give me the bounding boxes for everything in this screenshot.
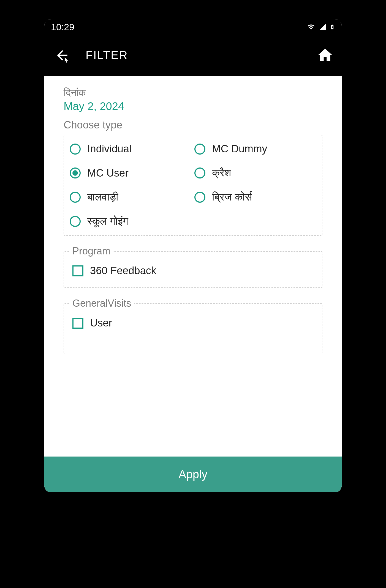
battery-charging-icon [330,23,335,31]
radio-icon [70,216,81,227]
back-button[interactable] [50,43,75,68]
type-option-crash[interactable]: क्रैश [194,167,316,179]
general-option-user[interactable]: User [72,317,314,329]
program-option-360-feedback[interactable]: 360 Feedback [72,265,314,277]
date-label: दिनांक [64,87,322,98]
radio-label: ब्रिज कोर्स [212,191,252,203]
type-option-bridge-course[interactable]: ब्रिज कोर्स [194,191,316,203]
type-radio-group: Individual MC Dummy MC User क्रैश बालवाड… [70,143,316,227]
app-bar: FILTER [44,35,342,76]
cursor-icon [63,56,70,64]
radio-label: MC Dummy [212,143,267,155]
wifi-icon [306,23,316,31]
status-icons [306,23,335,31]
choose-type-label: Choose type [64,119,322,131]
program-fieldset: Program 360 Feedback [64,251,322,288]
radio-icon [194,192,205,203]
radio-icon [70,167,81,178]
radio-label: क्रैश [212,167,231,179]
type-option-balwadi[interactable]: बालवाड़ी [70,191,192,203]
program-label: Program [70,245,113,257]
general-visits-label: GeneralVisits [70,298,134,309]
checkbox-icon [72,318,83,329]
radio-icon [70,144,81,155]
home-button[interactable] [314,44,336,66]
status-time: 10:29 [51,22,74,32]
radio-icon [194,167,205,178]
type-option-mc-dummy[interactable]: MC Dummy [194,143,316,155]
home-icon [316,46,334,64]
type-option-individual[interactable]: Individual [70,143,192,155]
radio-label: स्कूल गोइंग [87,215,128,227]
page-title: FILTER [86,49,303,62]
apply-label: Apply [178,468,207,481]
type-fieldset: Individual MC Dummy MC User क्रैश बालवाड… [64,135,322,236]
type-option-mc-user[interactable]: MC User [70,167,192,179]
general-visits-fieldset: GeneralVisits User [64,303,322,355]
checkbox-label: User [90,317,112,329]
date-value[interactable]: May 2, 2024 [64,100,322,112]
radio-label: Individual [87,143,132,155]
radio-icon [70,192,81,203]
radio-label: MC User [87,167,129,179]
cell-signal-icon [319,23,327,31]
filter-content: दिनांक May 2, 2024 Choose type Individua… [44,76,342,354]
checkbox-icon [72,265,83,276]
status-bar: 10:29 [44,19,342,35]
checkbox-label: 360 Feedback [90,265,156,277]
type-option-school-going[interactable]: स्कूल गोइंग [70,215,192,227]
apply-button[interactable]: Apply [44,457,342,492]
radio-icon [194,144,205,155]
radio-label: बालवाड़ी [87,191,118,203]
app-screen: 10:29 FILTER दिनांक May 2, 2024 Choose t… [44,19,342,492]
